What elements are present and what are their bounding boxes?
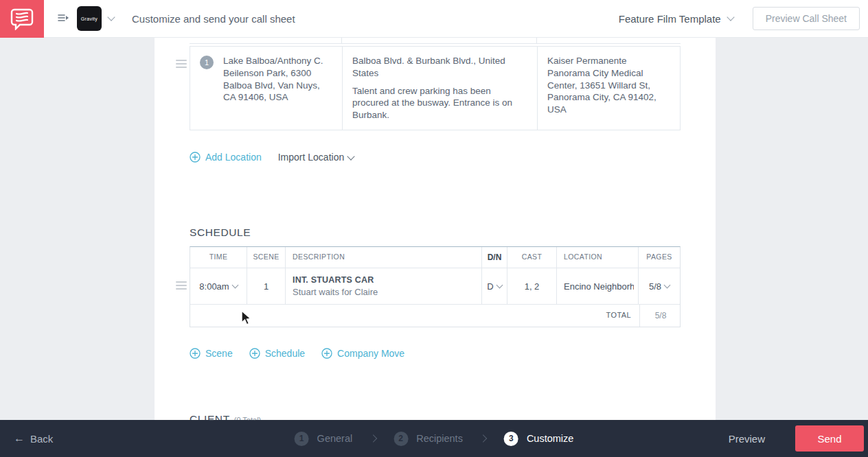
plus-circle-icon xyxy=(249,348,260,359)
time-dropdown[interactable]: 8:00am xyxy=(190,268,247,304)
step-3-circle: 3 xyxy=(504,432,518,446)
step-2-label: Recipients xyxy=(416,433,463,444)
step-1-circle: 1 xyxy=(295,432,309,446)
step-separator-chevron-icon xyxy=(479,434,487,442)
add-scene-label: Scene xyxy=(205,348,233,359)
call-sheet-panel: 1 Lake Balboa/Anthony C. Beilenson Park,… xyxy=(155,38,716,420)
project-list-icon xyxy=(58,13,70,24)
location-hospital: Kaiser Permanente Panorama City Medical … xyxy=(537,47,681,130)
back-button[interactable]: ← Back xyxy=(14,432,53,445)
location-name: Lake Balboa/Anthony C. Beilenson Park, 6… xyxy=(223,55,332,121)
location-number-badge: 1 xyxy=(200,56,214,69)
cast-ids[interactable]: 1, 2 xyxy=(507,268,556,304)
scene-description-cell[interactable]: INT. STUARTS CAR Stuart waits for Claire xyxy=(285,268,481,304)
back-arrow-icon: ← xyxy=(14,432,25,445)
chevron-down-icon xyxy=(107,13,115,21)
add-company-move-label: Company Move xyxy=(337,348,404,359)
schedule-table: TIME SCENE DESCRIPTION D/N CAST LOCATION… xyxy=(190,246,681,327)
studiobinder-logo[interactable] xyxy=(0,0,44,38)
add-company-move-button[interactable]: Company Move xyxy=(321,348,404,359)
plus-circle-icon xyxy=(321,348,332,359)
top-bar: Gravity Customize and send your call she… xyxy=(0,0,868,38)
location-address: Balboa Blvd. & Burbank Blvd., United Sta… xyxy=(352,55,527,80)
step-recipients[interactable]: 2 Recipients xyxy=(393,432,463,446)
col-pages: PAGES xyxy=(638,247,680,268)
scene-location[interactable]: Encino Neighborhood xyxy=(556,268,638,304)
total-label: TOTAL xyxy=(190,305,639,327)
step-customize[interactable]: 3 Customize xyxy=(504,432,574,446)
speech-bubble-logo-icon xyxy=(10,7,34,30)
template-selector[interactable]: Feature Film Template xyxy=(619,13,733,25)
location-parking-note: Talent and crew parking has been procure… xyxy=(352,85,527,121)
add-schedule-label: Schedule xyxy=(265,348,305,359)
step-general[interactable]: 1 General xyxy=(295,432,353,446)
step-3-label: Customize xyxy=(527,433,574,444)
wizard-steps: 1 General 2 Recipients 3 Customize xyxy=(295,432,574,446)
preview-call-sheet-button[interactable]: Preview Call Sheet xyxy=(753,7,860,30)
import-location-label: Import Location xyxy=(278,152,345,163)
step-1-label: General xyxy=(317,433,353,444)
step-separator-chevron-icon xyxy=(369,434,377,442)
scene-slugline: INT. STUARTS CAR xyxy=(293,275,374,285)
col-description: DESCRIPTION xyxy=(285,247,481,268)
client-section-title: CLIENT xyxy=(190,413,230,420)
schedule-row: 8:00am 1 INT. STUARTS CAR Stuart waits f… xyxy=(190,268,680,305)
schedule-row-drag-handle[interactable] xyxy=(176,281,187,290)
schedule-total-row: TOTAL 5/8 xyxy=(190,305,680,327)
chevron-down-icon xyxy=(231,282,238,289)
back-label: Back xyxy=(30,433,53,445)
add-location-label: Add Location xyxy=(205,152,262,163)
chevron-down-icon xyxy=(727,13,734,21)
step-2-circle: 2 xyxy=(393,432,408,446)
scene-action: Stuart waits for Claire xyxy=(293,287,378,297)
plus-circle-icon xyxy=(190,348,201,359)
col-time: TIME xyxy=(190,247,247,268)
location-row-clipped xyxy=(190,38,681,44)
chevron-down-icon xyxy=(496,282,503,289)
add-scene-button[interactable]: Scene xyxy=(190,348,233,359)
import-location-dropdown[interactable]: Import Location xyxy=(278,152,354,163)
pages-dropdown[interactable]: 5/8 xyxy=(638,268,680,304)
page-title: Customize and send your call sheet xyxy=(132,13,295,25)
call-sheet-app: Gravity Customize and send your call she… xyxy=(0,0,868,457)
schedule-header-row: TIME SCENE DESCRIPTION D/N CAST LOCATION… xyxy=(190,247,680,268)
schedule-section-title: SCHEDULE xyxy=(190,226,681,239)
total-pages: 5/8 xyxy=(639,305,681,327)
col-scene: SCENE xyxy=(247,247,285,268)
col-cast: CAST xyxy=(507,247,556,268)
add-location-button[interactable]: Add Location xyxy=(190,152,262,163)
send-button[interactable]: Send xyxy=(795,425,864,452)
col-day-night: D/N xyxy=(481,247,507,268)
project-switcher[interactable]: Gravity xyxy=(58,6,114,31)
location-row[interactable]: 1 Lake Balboa/Anthony C. Beilenson Park,… xyxy=(190,46,681,130)
locations-table: 1 Lake Balboa/Anthony C. Beilenson Park,… xyxy=(190,38,681,130)
chevron-down-icon xyxy=(347,152,355,160)
wizard-footer: ← Back 1 General 2 Recipients 3 Customiz… xyxy=(0,420,868,457)
preview-button[interactable]: Preview xyxy=(729,433,765,445)
template-selector-label: Feature Film Template xyxy=(619,13,721,25)
scene-number[interactable]: 1 xyxy=(247,268,285,304)
scroll-area[interactable]: 1 Lake Balboa/Anthony C. Beilenson Park,… xyxy=(0,38,868,420)
project-avatar: Gravity xyxy=(77,6,102,31)
add-schedule-button[interactable]: Schedule xyxy=(249,348,305,359)
location-drag-handle[interactable] xyxy=(176,60,187,68)
plus-circle-icon xyxy=(190,152,201,163)
day-night-dropdown[interactable]: D xyxy=(481,268,507,304)
col-location: LOCATION xyxy=(556,247,638,268)
chevron-down-icon xyxy=(664,282,671,289)
